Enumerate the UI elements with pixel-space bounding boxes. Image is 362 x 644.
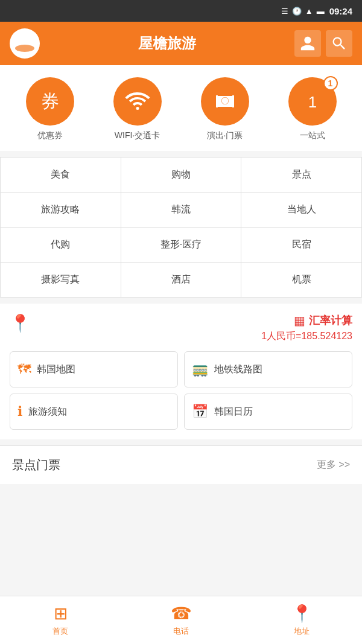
- ticket-icon: [211, 88, 239, 115]
- tool-btn-notice[interactable]: ℹ 旅游须知: [10, 394, 178, 430]
- home-label: 首页: [52, 626, 68, 637]
- calendar-icon: 📅: [192, 404, 208, 419]
- grid-cell-attractions[interactable]: 景点: [241, 158, 361, 192]
- grid-cell-flight[interactable]: 机票: [241, 263, 361, 297]
- tools-section: 📍 ▦ 汇率计算 1人民币=185.524123 🗺 韩国地图 🚃 地铁线路图 …: [0, 304, 362, 439]
- app-logo: [10, 28, 40, 59]
- grid-cell-locals[interactable]: 当地人: [241, 193, 361, 227]
- grid-cell-travel-guide[interactable]: 旅游攻略: [1, 193, 121, 227]
- badge: 1: [323, 76, 338, 91]
- grid-cell-hotel[interactable]: 酒店: [121, 263, 242, 297]
- grid-cell-photo[interactable]: 摄影写真: [1, 263, 121, 297]
- grid-cell-shopping[interactable]: 购物: [121, 158, 242, 192]
- phone-icon: ☎: [171, 604, 192, 623]
- quick-item-one-stop[interactable]: 1 1 一站式: [288, 77, 337, 141]
- quick-item-wifi[interactable]: WIFI·交通卡: [113, 77, 162, 141]
- wifi-status-icon: ▲: [305, 7, 313, 16]
- ticket-circle: [201, 77, 249, 126]
- tools-top: 📍 ▦ 汇率计算 1人民币=185.524123: [10, 313, 352, 343]
- grid-row-0: 美食 购物 景点: [1, 158, 361, 193]
- address-icon: 📍: [291, 604, 313, 623]
- quick-item-coupon[interactable]: 券 优惠券: [26, 77, 74, 141]
- bottom-nav: ⊞ 首页 ☎ 电话 📍 地址: [0, 596, 362, 644]
- svg-text:1: 1: [308, 93, 316, 111]
- exchange-rate-title: 汇率计算: [309, 313, 352, 328]
- grid-cell-medical[interactable]: 整形·医疗: [121, 228, 242, 262]
- grid-cell-hallyu[interactable]: 韩流: [121, 193, 242, 227]
- metro-label: 地铁线路图: [214, 363, 262, 376]
- notice-label: 旅游须知: [28, 406, 67, 418]
- wifi-icon: [124, 88, 151, 115]
- tools-grid: 🗺 韩国地图 🚃 地铁线路图 ℹ 旅游须知 📅 韩国日历: [10, 351, 352, 430]
- tool-btn-calendar[interactable]: 📅 韩国日历: [184, 394, 352, 430]
- logo-icon: [13, 31, 37, 56]
- svg-rect-3: [232, 95, 234, 97]
- battery-icon: ▬: [317, 7, 325, 16]
- grid-cell-food[interactable]: 美食: [1, 158, 121, 192]
- grid-row-3: 摄影写真 酒店 机票: [1, 263, 361, 297]
- user-icon: [299, 35, 316, 52]
- clock-icon: 🕐: [292, 7, 302, 16]
- app-title: 屋檐旅游: [40, 34, 294, 53]
- exchange-rate: ▦ 汇率计算 1人民币=185.524123: [261, 313, 352, 343]
- svg-rect-5: [232, 106, 234, 107]
- attractions-header: 景点门票 更多 >>: [0, 445, 362, 484]
- phone-label: 电话: [173, 626, 189, 637]
- one-stop-circle: 1 1: [288, 77, 337, 126]
- status-bar: ☰ 🕐 ▲ ▬ 09:24: [0, 0, 362, 22]
- svg-rect-2: [216, 95, 218, 97]
- ticket-label: 演出·门票: [207, 130, 243, 141]
- tool-btn-map[interactable]: 🗺 韩国地图: [10, 351, 178, 387]
- quick-icons-section: 券 优惠券 WIFI·交通卡 演出·门票: [0, 65, 362, 151]
- attractions-more-button[interactable]: 更多 >>: [317, 459, 350, 471]
- notice-icon: ℹ: [17, 404, 22, 419]
- attractions-title: 景点门票: [12, 457, 60, 473]
- coupon-icon: 券: [36, 88, 64, 115]
- time-display: 09:24: [329, 6, 352, 16]
- wifi-circle: [113, 77, 162, 126]
- svg-rect-4: [216, 106, 218, 107]
- grid-row-2: 代购 整形·医疗 民宿: [1, 228, 361, 263]
- grid-row-1: 旅游攻略 韩流 当地人: [1, 193, 361, 228]
- tool-btn-metro[interactable]: 🚃 地铁线路图: [184, 351, 352, 387]
- status-icons: ☰ 🕐 ▲ ▬: [281, 7, 325, 16]
- quick-item-ticket[interactable]: 演出·门票: [201, 77, 249, 141]
- metro-icon: 🚃: [192, 362, 208, 377]
- grid-menu: 美食 购物 景点 旅游攻略 韩流 当地人 代购 整形·医疗 民宿 摄影写真 酒店…: [0, 157, 362, 298]
- one-stop-icon: 1: [299, 88, 326, 115]
- grid-cell-proxy[interactable]: 代购: [1, 228, 121, 262]
- coupon-circle: 券: [26, 77, 74, 126]
- calculator-icon: ▦: [294, 313, 305, 328]
- svg-text:券: 券: [41, 91, 59, 111]
- nav-phone[interactable]: ☎ 电话: [121, 604, 241, 637]
- exchange-title: ▦ 汇率计算: [261, 313, 352, 328]
- address-label: 地址: [294, 626, 310, 637]
- nav-home[interactable]: ⊞ 首页: [0, 604, 121, 637]
- home-icon: ⊞: [54, 604, 68, 623]
- header: 屋檐旅游: [0, 22, 362, 65]
- header-actions: [294, 30, 352, 57]
- calendar-label: 韩国日历: [214, 406, 253, 418]
- location-icon: 📍: [10, 313, 31, 333]
- map-label: 韩国地图: [37, 363, 75, 376]
- coupon-label: 优惠券: [37, 130, 63, 141]
- nav-address[interactable]: 📍 地址: [241, 604, 362, 637]
- exchange-rate-value: 1人民币=185.524123: [261, 330, 352, 343]
- grid-cell-minsu[interactable]: 民宿: [241, 228, 361, 262]
- wifi-label: WIFI·交通卡: [115, 130, 160, 141]
- map-icon: 🗺: [17, 362, 31, 377]
- search-icon: [331, 35, 348, 52]
- svg-point-0: [15, 45, 34, 52]
- user-button[interactable]: [294, 30, 321, 57]
- notification-icon: ☰: [281, 7, 288, 16]
- one-stop-label: 一站式: [300, 130, 325, 141]
- search-button[interactable]: [326, 30, 352, 57]
